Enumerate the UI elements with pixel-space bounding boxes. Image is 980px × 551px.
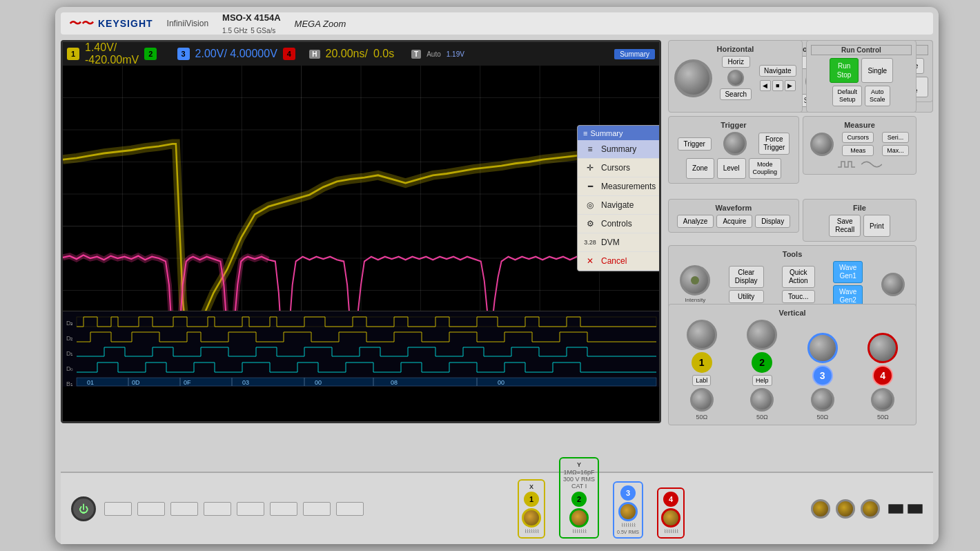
screen-container: 1 1.40V/ -420.00mV 2 3 2.00V/ 4.00000V 4…	[61, 40, 661, 423]
ch4-vert-button[interactable]: 4	[872, 365, 893, 386]
channel-inputs: X 1 ⌇⌇⌇⌇⌇⌇⌇ Y 1MΩ=16pF300 V RMSCAT I 2 ⌇…	[518, 457, 685, 539]
ch4-vert-knob[interactable]	[868, 333, 898, 363]
ch3-bnc-connector[interactable]	[618, 502, 638, 521]
summary-label: Summary	[601, 144, 636, 154]
model-name: MSO-X 4154A	[222, 12, 281, 23]
ch3-vert-knob[interactable]	[807, 333, 838, 363]
nav-left-btn[interactable]: ◀	[760, 80, 771, 91]
ch3-connector-info: ⌇⌇⌇⌇⌇⌇⌇	[621, 523, 636, 528]
ch2-vert-knob[interactable]	[747, 320, 777, 350]
wave-gen1-btn[interactable]: Wave Gen1	[833, 261, 863, 283]
waveform-title: Waveform	[673, 204, 794, 212]
quick-action-btn[interactable]: Quick Action	[782, 266, 814, 288]
force-trigger-btn[interactable]: Force Trigger	[758, 133, 790, 155]
soft-key-6[interactable]	[270, 502, 297, 516]
model-spec2: 5 GSa/s	[251, 27, 275, 35]
ch2-bnc-connector[interactable]	[569, 508, 589, 528]
menu-item-dvm[interactable]: 3.28 DVM	[578, 233, 661, 252]
touch-btn[interactable]: Touc...	[782, 290, 814, 303]
nav-stop-btn[interactable]: ■	[772, 80, 783, 91]
cursors-label: Cursors	[601, 163, 630, 173]
trigger-level-knob[interactable]	[723, 132, 747, 155]
trigger-section: Trigger Trigger Force Trigger Zone Level…	[668, 116, 799, 184]
save-recall-btn[interactable]: Save Recall	[829, 215, 861, 237]
cursors-btn[interactable]: Cursors	[842, 132, 874, 143]
navigate-btn[interactable]: Navigate	[759, 65, 796, 77]
ch4-vert-fine-knob[interactable]	[871, 388, 894, 412]
ch1-bnc-connector[interactable]	[522, 508, 541, 528]
acquire-btn[interactable]: Acquire	[716, 215, 752, 228]
menu-item-measurements[interactable]: ━ Measurements	[578, 177, 661, 196]
dvm-icon: 3.28	[585, 237, 596, 248]
tools-main-knob[interactable]	[680, 265, 710, 296]
summary-button[interactable]: Summary	[614, 49, 655, 59]
soft-key-7[interactable]	[303, 502, 331, 516]
bnc-1[interactable]	[811, 499, 830, 519]
mode-coupling-btn[interactable]: Mode Coupling	[749, 158, 782, 179]
horiz-timebase-knob[interactable]	[674, 59, 712, 97]
search-btn[interactable]: Search	[720, 88, 752, 100]
ch2-vert-fine-knob[interactable]	[750, 388, 774, 412]
menu-item-navigate[interactable]: ◎ Navigate	[578, 196, 661, 215]
trigger-btn[interactable]: Trigger	[678, 137, 712, 151]
power-button[interactable]: ⏻	[71, 496, 96, 521]
usb-port-2[interactable]	[908, 504, 923, 514]
svg-text:B₁: B₁	[66, 380, 73, 387]
help-btn[interactable]: Help	[752, 375, 772, 386]
labels-btn[interactable]: Labl	[692, 375, 711, 386]
zone-btn[interactable]: Zone	[686, 158, 714, 179]
ch3-vert-fine-knob[interactable]	[811, 388, 834, 412]
bnc-3[interactable]	[861, 499, 880, 519]
menu-header: ≡ Summary ⊞	[578, 126, 661, 140]
clear-display-btn[interactable]: Clear Display	[729, 266, 764, 288]
analyze-btn[interactable]: Analyze	[677, 215, 714, 228]
menu-item-cursors[interactable]: ✛ Cursors	[578, 159, 661, 177]
serial-btn[interactable]: Seri...	[882, 132, 909, 143]
single-btn[interactable]: Single	[861, 58, 893, 83]
ch1-vert-knob[interactable]	[687, 320, 717, 350]
soft-key-8[interactable]	[336, 502, 364, 516]
soft-key-2[interactable]	[137, 502, 165, 516]
ch1-vert-fine-knob[interactable]	[690, 388, 714, 412]
level-btn[interactable]: Level	[717, 158, 746, 179]
intensity-label: Intensity	[685, 297, 705, 303]
menu-item-controls[interactable]: ⚙ Controls	[578, 215, 661, 233]
soft-key-3[interactable]	[170, 502, 198, 516]
print-btn[interactable]: Print	[863, 215, 890, 237]
ch4-badge[interactable]: 4	[283, 48, 295, 60]
svg-text:0D: 0D	[132, 379, 140, 386]
ch1-badge[interactable]: 1	[67, 48, 79, 60]
measurements-label: Measurements	[601, 182, 656, 191]
bnc-2[interactable]	[836, 499, 855, 519]
usb-port-1[interactable]	[888, 504, 903, 514]
intensity-knob-center[interactable]	[691, 276, 699, 284]
ch2-vert-button[interactable]: 2	[752, 352, 772, 373]
tools-title: Tools	[673, 250, 912, 258]
run-stop-btn[interactable]: Run Stop	[830, 58, 859, 83]
menu-item-summary[interactable]: ≡ Summary	[578, 140, 661, 159]
ch1-vert-button[interactable]: 1	[692, 352, 712, 373]
soft-key-4[interactable]	[204, 502, 231, 516]
soft-key-1[interactable]	[104, 502, 132, 516]
soft-key-5[interactable]	[237, 502, 264, 516]
summary-icon: ≡	[585, 144, 596, 155]
svg-text:0F: 0F	[184, 379, 191, 386]
utility-btn[interactable]: Utility	[729, 290, 764, 303]
auto-scale-btn[interactable]: Auto Scale	[865, 86, 890, 106]
ch3-vert-button[interactable]: 3	[812, 365, 833, 386]
menu-item-cancel[interactable]: ✕ Cancel	[578, 252, 661, 271]
ch2-impedance: 50Ω	[756, 414, 768, 420]
horiz-btn[interactable]: Horiz	[722, 56, 750, 68]
tools-right-knob[interactable]	[881, 273, 905, 296]
model-spec1: 1.5 GHz	[222, 27, 248, 35]
default-setup-btn[interactable]: Default Setup	[832, 86, 862, 106]
display-btn[interactable]: Display	[755, 215, 790, 228]
max-btn[interactable]: Max...	[882, 145, 909, 156]
nav-right-btn[interactable]: ▶	[785, 80, 796, 91]
horiz-small-knob[interactable]	[727, 70, 744, 86]
ch4-bnc-connector[interactable]	[661, 508, 680, 528]
meas-btn[interactable]: Meas	[842, 145, 874, 156]
ch2-badge[interactable]: 2	[144, 48, 157, 60]
measure-knob[interactable]	[810, 133, 834, 156]
ch3-badge[interactable]: 3	[177, 48, 190, 60]
